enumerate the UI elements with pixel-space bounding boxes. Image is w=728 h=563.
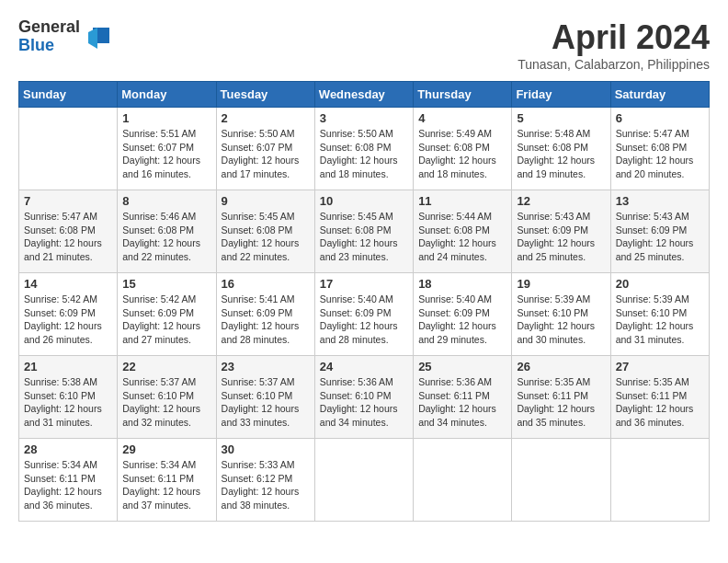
calendar-week-1: 1Sunrise: 5:51 AM Sunset: 6:07 PM Daylig… [19,108,710,190]
day-info: Sunrise: 5:48 AM Sunset: 6:08 PM Dayligh… [517,127,605,181]
day-number: 25 [418,360,506,373]
day-info: Sunrise: 5:35 AM Sunset: 6:11 PM Dayligh… [616,375,704,430]
day-number: 2 [222,111,310,125]
calendar-cell: 19Sunrise: 5:39 AM Sunset: 6:10 PM Dayli… [512,273,610,356]
calendar-cell: 27Sunrise: 5:35 AM Sunset: 6:11 PM Dayli… [610,356,709,439]
day-info: Sunrise: 5:44 AM Sunset: 6:08 PM Dayligh… [418,210,506,264]
day-number: 13 [616,194,704,208]
calendar-cell: 29Sunrise: 5:34 AM Sunset: 6:11 PM Dayli… [118,439,216,522]
day-number: 26 [517,360,605,373]
calendar-cell: 16Sunrise: 5:41 AM Sunset: 6:09 PM Dayli… [216,273,314,356]
day-info: Sunrise: 5:50 AM Sunset: 6:07 PM Dayligh… [222,127,310,181]
day-number: 4 [418,111,506,125]
page-header: General Blue April 2024 Tunasan, Calabar… [18,18,710,72]
day-number: 21 [24,360,112,373]
day-number: 11 [418,194,506,208]
calendar-cell [314,439,413,522]
calendar-cell [414,439,512,522]
calendar-week-4: 21Sunrise: 5:38 AM Sunset: 6:10 PM Dayli… [19,356,710,439]
calendar-cell: 7Sunrise: 5:47 AM Sunset: 6:08 PM Daylig… [19,190,118,273]
calendar-cell: 2Sunrise: 5:50 AM Sunset: 6:07 PM Daylig… [216,108,314,190]
calendar-cell: 18Sunrise: 5:40 AM Sunset: 6:09 PM Dayli… [414,273,512,356]
calendar-cell [19,108,118,190]
calendar-cell: 15Sunrise: 5:42 AM Sunset: 6:09 PM Dayli… [118,273,216,356]
day-number: 1 [122,111,210,125]
weekday-header-sunday: Sunday [19,82,118,108]
day-info: Sunrise: 5:36 AM Sunset: 6:10 PM Dayligh… [320,375,408,430]
calendar-cell: 28Sunrise: 5:34 AM Sunset: 6:11 PM Dayli… [19,439,118,522]
logo-general: General [18,18,80,37]
day-number: 9 [222,194,310,208]
weekday-header-friday: Friday [512,82,610,108]
day-info: Sunrise: 5:39 AM Sunset: 6:10 PM Dayligh… [517,293,605,347]
day-info: Sunrise: 5:47 AM Sunset: 6:08 PM Dayligh… [24,210,112,264]
day-number: 16 [222,277,310,291]
weekday-header-row: SundayMondayTuesdayWednesdayThursdayFrid… [19,82,710,108]
calendar-cell: 25Sunrise: 5:36 AM Sunset: 6:11 PM Dayli… [414,356,512,439]
day-number: 6 [616,111,704,125]
logo: General Blue [18,18,111,55]
day-info: Sunrise: 5:34 AM Sunset: 6:11 PM Dayligh… [24,458,112,512]
day-number: 5 [517,111,605,125]
day-info: Sunrise: 5:45 AM Sunset: 6:08 PM Dayligh… [320,210,408,264]
calendar-cell: 17Sunrise: 5:40 AM Sunset: 6:09 PM Dayli… [314,273,413,356]
svg-marker-1 [88,28,97,49]
day-number: 20 [616,277,704,291]
weekday-header-tuesday: Tuesday [216,82,314,108]
day-number: 12 [517,194,605,208]
calendar-cell [610,439,709,522]
calendar-cell: 20Sunrise: 5:39 AM Sunset: 6:10 PM Dayli… [610,273,709,356]
calendar-cell: 5Sunrise: 5:48 AM Sunset: 6:08 PM Daylig… [512,108,610,190]
calendar-cell: 23Sunrise: 5:37 AM Sunset: 6:10 PM Dayli… [216,356,314,439]
calendar-cell: 3Sunrise: 5:50 AM Sunset: 6:08 PM Daylig… [314,108,413,190]
weekday-header-wednesday: Wednesday [314,82,413,108]
calendar-cell: 26Sunrise: 5:35 AM Sunset: 6:11 PM Dayli… [512,356,610,439]
calendar-cell: 8Sunrise: 5:46 AM Sunset: 6:08 PM Daylig… [118,190,216,273]
calendar-cell: 21Sunrise: 5:38 AM Sunset: 6:10 PM Dayli… [19,356,118,439]
calendar-cell: 6Sunrise: 5:47 AM Sunset: 6:08 PM Daylig… [610,108,709,190]
location: Tunasan, Calabarzon, Philippines [518,57,710,72]
day-number: 30 [222,442,310,456]
day-info: Sunrise: 5:33 AM Sunset: 6:12 PM Dayligh… [222,458,310,512]
day-info: Sunrise: 5:40 AM Sunset: 6:09 PM Dayligh… [418,293,506,347]
day-number: 29 [122,442,210,456]
day-number: 28 [24,442,112,456]
day-info: Sunrise: 5:37 AM Sunset: 6:10 PM Dayligh… [122,375,210,430]
calendar-cell: 11Sunrise: 5:44 AM Sunset: 6:08 PM Dayli… [414,190,512,273]
day-info: Sunrise: 5:42 AM Sunset: 6:09 PM Dayligh… [24,293,112,347]
day-number: 23 [222,360,310,373]
day-info: Sunrise: 5:42 AM Sunset: 6:09 PM Dayligh… [122,293,210,347]
calendar-week-5: 28Sunrise: 5:34 AM Sunset: 6:11 PM Dayli… [19,439,710,522]
calendar-cell: 9Sunrise: 5:45 AM Sunset: 6:08 PM Daylig… [216,190,314,273]
day-info: Sunrise: 5:46 AM Sunset: 6:08 PM Dayligh… [122,210,210,264]
day-info: Sunrise: 5:38 AM Sunset: 6:10 PM Dayligh… [24,375,112,430]
day-number: 24 [320,360,408,373]
day-info: Sunrise: 5:35 AM Sunset: 6:11 PM Dayligh… [517,375,605,430]
calendar-cell [512,439,610,522]
day-number: 18 [418,277,506,291]
weekday-header-saturday: Saturday [610,82,709,108]
day-info: Sunrise: 5:49 AM Sunset: 6:08 PM Dayligh… [418,127,506,181]
day-info: Sunrise: 5:37 AM Sunset: 6:10 PM Dayligh… [222,375,310,430]
day-info: Sunrise: 5:40 AM Sunset: 6:09 PM Dayligh… [320,293,408,347]
day-info: Sunrise: 5:43 AM Sunset: 6:09 PM Dayligh… [517,210,605,264]
day-number: 22 [122,360,210,373]
day-number: 27 [616,360,704,373]
logo-icon [84,23,111,51]
day-info: Sunrise: 5:41 AM Sunset: 6:09 PM Dayligh… [222,293,310,347]
day-info: Sunrise: 5:39 AM Sunset: 6:10 PM Dayligh… [616,293,704,347]
calendar-week-2: 7Sunrise: 5:47 AM Sunset: 6:08 PM Daylig… [19,190,710,273]
day-number: 19 [517,277,605,291]
day-info: Sunrise: 5:34 AM Sunset: 6:11 PM Dayligh… [122,458,210,512]
day-info: Sunrise: 5:43 AM Sunset: 6:09 PM Dayligh… [616,210,704,264]
weekday-header-thursday: Thursday [414,82,512,108]
day-info: Sunrise: 5:51 AM Sunset: 6:07 PM Dayligh… [122,127,210,181]
calendar-cell: 22Sunrise: 5:37 AM Sunset: 6:10 PM Dayli… [118,356,216,439]
day-number: 15 [122,277,210,291]
calendar-cell: 14Sunrise: 5:42 AM Sunset: 6:09 PM Dayli… [19,273,118,356]
day-number: 14 [24,277,112,291]
calendar-cell: 13Sunrise: 5:43 AM Sunset: 6:09 PM Dayli… [610,190,709,273]
day-number: 17 [320,277,408,291]
day-info: Sunrise: 5:47 AM Sunset: 6:08 PM Dayligh… [616,127,704,181]
day-number: 3 [320,111,408,125]
